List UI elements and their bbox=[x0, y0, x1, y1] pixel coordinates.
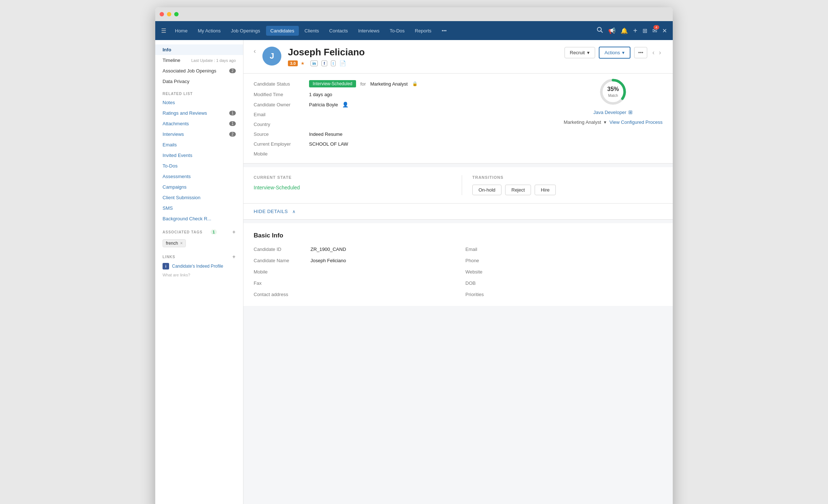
star-icon: ★ bbox=[301, 61, 305, 66]
phone-row: Phone bbox=[465, 258, 663, 263]
match-circle: 35% Match bbox=[598, 77, 628, 106]
remove-tag-french[interactable]: × bbox=[180, 241, 183, 246]
search-icon[interactable] bbox=[597, 27, 603, 35]
navbar: ☰ Home My Actions Job Openings Candidate… bbox=[155, 21, 673, 40]
plus-icon[interactable]: + bbox=[633, 27, 637, 35]
next-arrow[interactable]: › bbox=[657, 47, 663, 58]
add-tag-button[interactable]: + bbox=[233, 229, 236, 235]
owner-row: Candidate Owner Patricia Boyle 👤 bbox=[254, 102, 451, 107]
sidebar-item-campaigns[interactable]: Campaigns bbox=[155, 182, 243, 192]
employer-row: Current Employer SCHOOL OF LAW bbox=[254, 141, 451, 147]
attachments-badge: 1 bbox=[229, 121, 236, 126]
sidebar-item-interviews[interactable]: Interviews 2 bbox=[155, 129, 243, 139]
owner-value: Patricia Boyle bbox=[309, 102, 338, 107]
priorities-row: Priorities bbox=[465, 292, 663, 297]
back-button[interactable]: ‹ bbox=[254, 47, 256, 55]
nav-more[interactable]: ••• bbox=[437, 26, 451, 36]
java-developer-link[interactable]: Java Developer ⊞ bbox=[593, 109, 633, 115]
sidebar-item-sms[interactable]: SMS bbox=[155, 203, 243, 213]
current-state-col: CURRENT STATE Interview-Scheduled bbox=[254, 175, 454, 195]
nav-candidates[interactable]: Candidates bbox=[266, 26, 299, 36]
linkedin-icon[interactable]: in bbox=[310, 60, 318, 66]
contact-address-row: Contact address bbox=[254, 292, 451, 297]
current-state-value[interactable]: Interview-Scheduled bbox=[254, 185, 454, 190]
sidebar-item-invited-events[interactable]: Invited Events bbox=[155, 150, 243, 161]
close-icon[interactable]: ✕ bbox=[662, 27, 667, 34]
sidebar-item-timeline[interactable]: Timeline Last Update : 1 days ago bbox=[155, 55, 243, 66]
source-row: Source Indeed Resume bbox=[254, 131, 451, 137]
job-title-link[interactable]: Marketing Analyst bbox=[370, 81, 408, 87]
ratings-badge: 1 bbox=[229, 111, 236, 115]
more-button[interactable]: ••• bbox=[634, 47, 647, 58]
associated-tags-label: ASSOCIATED TAGS 1 + bbox=[155, 224, 243, 236]
nav-home[interactable]: Home bbox=[171, 26, 192, 36]
sidebar-item-info[interactable]: Info bbox=[155, 44, 243, 55]
hide-details-bar[interactable]: HIDE DETAILS ∧ bbox=[243, 204, 673, 220]
sidebar-item-client-submission[interactable]: Client Submission bbox=[155, 192, 243, 203]
mail-icon[interactable]: ✉ 4 bbox=[652, 27, 657, 34]
actions-chevron: ▾ bbox=[622, 50, 625, 55]
nav-interviews[interactable]: Interviews bbox=[354, 26, 384, 36]
owner-icon: 👤 bbox=[342, 102, 348, 107]
status-row: Candidate Status Interview-Scheduled for… bbox=[254, 80, 451, 87]
hide-details-chevron: ∧ bbox=[292, 209, 296, 214]
sidebar-item-notes[interactable]: Notes bbox=[155, 97, 243, 108]
close-dot[interactable] bbox=[160, 12, 164, 16]
candidate-details: Candidate Status Interview-Scheduled for… bbox=[243, 74, 673, 164]
nav-my-actions[interactable]: My Actions bbox=[194, 26, 225, 36]
social-icons: in f t 📄 bbox=[310, 60, 346, 67]
add-link-button[interactable]: + bbox=[233, 254, 236, 260]
hire-button[interactable]: Hire bbox=[535, 185, 556, 195]
modified-row: Modified Time 1 days ago bbox=[254, 92, 451, 97]
maximize-dot[interactable] bbox=[174, 12, 179, 16]
nav-job-openings[interactable]: Job Openings bbox=[227, 26, 265, 36]
hamburger-icon[interactable]: ☰ bbox=[161, 27, 166, 34]
actions-button[interactable]: Actions ▾ bbox=[599, 47, 631, 59]
recruit-button[interactable]: Recruit ▾ bbox=[565, 47, 595, 58]
sidebar-item-assessments[interactable]: Assessments bbox=[155, 171, 243, 182]
candidate-name-row: Candidate Name Joseph Feliciano bbox=[254, 258, 451, 263]
sidebar: Info Timeline Last Update : 1 days ago A… bbox=[155, 40, 243, 504]
add-match-button[interactable]: ⊞ bbox=[628, 109, 633, 115]
twitter-icon[interactable]: t bbox=[331, 60, 336, 66]
sidebar-item-attachments[interactable]: Attachments 1 bbox=[155, 118, 243, 129]
job-selector-chevron[interactable]: ▾ bbox=[604, 119, 606, 125]
candidate-id-row: Candidate ID ZR_1900_CAND bbox=[254, 247, 451, 252]
on-hold-button[interactable]: On-hold bbox=[472, 185, 501, 195]
facebook-icon[interactable]: f bbox=[321, 60, 327, 66]
sidebar-item-emails[interactable]: Emails bbox=[155, 139, 243, 150]
bell-icon[interactable]: 🔔 bbox=[621, 27, 628, 34]
nav-reports[interactable]: Reports bbox=[410, 26, 436, 36]
grid-icon[interactable]: ⊞ bbox=[643, 27, 647, 34]
associated-job-openings-badge: 2 bbox=[229, 68, 236, 73]
minimize-dot[interactable] bbox=[167, 12, 171, 16]
sidebar-item-data-privacy[interactable]: Data Privacy bbox=[155, 76, 243, 87]
reject-button[interactable]: Reject bbox=[505, 185, 531, 195]
nav-to-dos[interactable]: To-Dos bbox=[385, 26, 409, 36]
sidebar-item-background-check[interactable]: Background Check R... bbox=[155, 213, 243, 224]
prev-arrow[interactable]: ‹ bbox=[651, 47, 656, 58]
transitions-col: TRANSITIONS On-hold Reject Hire bbox=[462, 175, 663, 195]
email-row: Email bbox=[254, 112, 451, 117]
country-row: Country bbox=[254, 122, 451, 127]
hide-details-label: HIDE DETAILS bbox=[254, 209, 288, 214]
modified-value: 1 days ago bbox=[309, 92, 332, 97]
match-widget: 35% Match Java Developer ⊞ Marketing Ana… bbox=[564, 77, 663, 125]
nav-contacts[interactable]: Contacts bbox=[325, 26, 352, 36]
sidebar-item-to-dos[interactable]: To-Dos bbox=[155, 161, 243, 171]
nav-clients[interactable]: Clients bbox=[300, 26, 324, 36]
match-label-text: Match bbox=[608, 94, 618, 98]
tag-row: french × bbox=[155, 236, 243, 250]
email-detail-row: Email bbox=[465, 247, 663, 252]
sidebar-item-associated-job-openings[interactable]: Associated Job Openings 2 bbox=[155, 66, 243, 76]
current-state-label: CURRENT STATE bbox=[254, 175, 454, 180]
view-configured-process[interactable]: View Configured Process bbox=[609, 119, 663, 125]
dob-row: DOB bbox=[465, 280, 663, 286]
sidebar-item-ratings-reviews[interactable]: Ratings and Reviews 1 bbox=[155, 108, 243, 118]
what-are-links[interactable]: What are links? bbox=[155, 271, 243, 281]
document-icon[interactable]: 📄 bbox=[339, 60, 346, 67]
indeed-profile-link[interactable]: i Candidate's Indeed Profile bbox=[155, 261, 243, 271]
broadcast-icon[interactable]: 📢 bbox=[608, 27, 616, 34]
rating-row: 3.0 ★ in f t 📄 bbox=[288, 60, 558, 67]
lock-icon: 🔒 bbox=[412, 81, 418, 86]
